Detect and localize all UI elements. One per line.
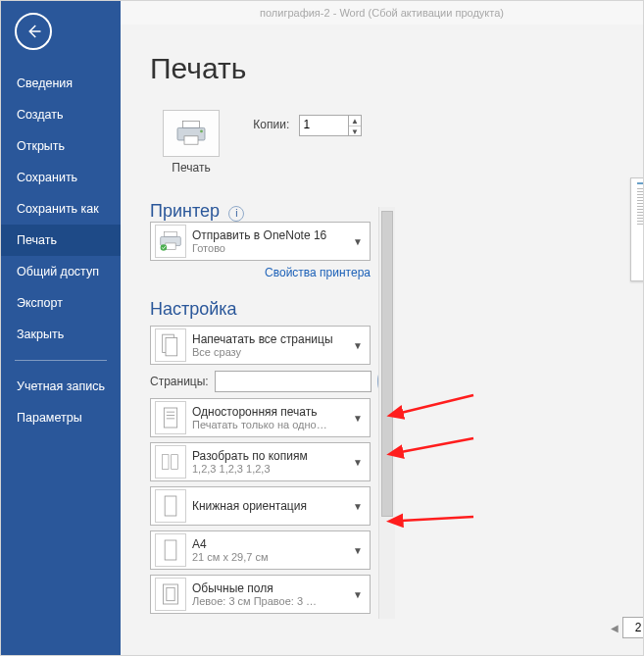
collate-select[interactable]: Разобрать по копиям 1,2,3 1,2,3 1,2,3 ▼ <box>150 442 371 481</box>
margins-select[interactable]: Обычные поля Левое: 3 см Правое: 3 … ▼ <box>150 575 371 614</box>
chevron-down-icon: ▼ <box>350 413 370 424</box>
print-preview <box>405 172 637 600</box>
copies-input[interactable] <box>300 116 345 133</box>
spinner-arrows: ▲ ▼ <box>348 116 361 135</box>
backstage-sidebar: Сведения Создать Открыть Сохранить Сохра… <box>1 1 121 655</box>
titlebar: полиграфия-2 - Word (Сбой активации прод… <box>121 1 643 25</box>
svg-rect-2 <box>184 136 198 144</box>
printer-info-icon[interactable]: i <box>228 206 244 222</box>
sidebar-item-new[interactable]: Создать <box>1 99 121 130</box>
print-settings-column: Печать Печать Копии: <box>150 52 371 619</box>
printer-name: Отправить в OneNote 16 <box>192 228 350 242</box>
copies-group: Копии: ▲ ▼ <box>253 115 362 136</box>
svg-rect-17 <box>165 540 176 560</box>
settings-scrollbar[interactable] <box>378 207 395 619</box>
print-button-label: Печать <box>163 161 220 175</box>
chevron-down-icon: ▼ <box>350 236 370 247</box>
svg-point-7 <box>161 244 167 250</box>
sides-select[interactable]: Односторонняя печать Печатать только на … <box>150 398 371 437</box>
printer-icon <box>163 110 220 157</box>
copies-up[interactable]: ▲ <box>349 116 361 126</box>
paper-size-select[interactable]: A4 21 см x 29,7 см ▼ <box>150 530 371 570</box>
print-panel: Печать Печать Копии: <box>121 25 643 655</box>
margins-icon <box>155 578 186 611</box>
one-sided-icon <box>155 401 186 434</box>
sidebar-item-saveas[interactable]: Сохранить как <box>1 193 121 225</box>
preview-page-1[interactable] <box>630 177 644 281</box>
printer-device-icon <box>155 225 186 258</box>
chevron-down-icon: ▼ <box>350 340 370 351</box>
pages-input[interactable] <box>215 371 372 392</box>
sidebar-item-open[interactable]: Открыть <box>1 130 121 162</box>
printer-properties-link[interactable]: Свойства принтера <box>150 266 371 279</box>
sidebar-item-info[interactable]: Сведения <box>1 68 121 99</box>
scrollbar-thumb[interactable] <box>381 211 393 517</box>
sidebar-item-options[interactable]: Параметры <box>1 402 121 433</box>
paper-icon <box>155 533 186 567</box>
prev-page-button[interactable]: ◀ <box>611 622 619 633</box>
svg-rect-6 <box>166 243 175 249</box>
chevron-down-icon: ▼ <box>350 589 370 600</box>
sidebar-item-share[interactable]: Общий доступ <box>1 256 121 287</box>
print-button[interactable]: Печать <box>150 103 232 179</box>
svg-rect-10 <box>164 408 176 428</box>
chevron-down-icon: ▼ <box>350 545 370 556</box>
svg-rect-4 <box>165 231 177 236</box>
svg-rect-15 <box>172 455 178 470</box>
svg-rect-0 <box>183 121 200 127</box>
svg-rect-16 <box>165 496 176 516</box>
svg-rect-19 <box>167 587 174 600</box>
page-title: Печать <box>150 52 371 85</box>
printer-select[interactable]: Отправить в OneNote 16 Готово ▼ <box>150 222 371 261</box>
pages-label: Страницы: <box>150 375 209 388</box>
page-number-input[interactable] <box>622 617 644 638</box>
svg-rect-9 <box>166 338 177 356</box>
collate-icon <box>155 445 186 479</box>
svg-point-3 <box>200 130 203 133</box>
back-button[interactable] <box>15 13 52 50</box>
printer-status: Готово <box>192 242 350 254</box>
sidebar-item-save[interactable]: Сохранить <box>1 162 121 193</box>
sidebar-item-export[interactable]: Экспорт <box>1 287 121 319</box>
settings-heading: Настройка <box>150 299 371 320</box>
pages-row: Страницы: i <box>150 371 371 392</box>
portrait-icon <box>155 489 186 523</box>
copies-label: Копии: <box>253 118 289 131</box>
sidebar-item-account[interactable]: Учетная запись <box>1 371 121 402</box>
chevron-down-icon: ▼ <box>350 457 370 468</box>
sidebar-item-close[interactable]: Закрыть <box>1 319 121 350</box>
pages-icon <box>155 328 186 362</box>
page-navigator: ◀ из ▶ <box>611 614 637 641</box>
printer-heading: Принтер <box>150 201 220 221</box>
print-range-select[interactable]: Напечатать все страницы Все сразу ▼ <box>150 326 371 365</box>
sidebar-item-print[interactable]: Печать <box>1 225 121 256</box>
chevron-down-icon: ▼ <box>350 501 370 512</box>
sidebar-separator <box>15 360 107 361</box>
orientation-select[interactable]: Книжная ориентация ▼ <box>150 486 371 526</box>
copies-spinner[interactable]: ▲ ▼ <box>299 115 362 136</box>
titlebar-text: полиграфия-2 - Word (Сбой активации прод… <box>260 7 504 19</box>
copies-down[interactable]: ▼ <box>349 126 361 136</box>
svg-rect-14 <box>162 455 169 470</box>
word-backstage-print: полиграфия-2 - Word (Сбой активации прод… <box>0 0 644 656</box>
